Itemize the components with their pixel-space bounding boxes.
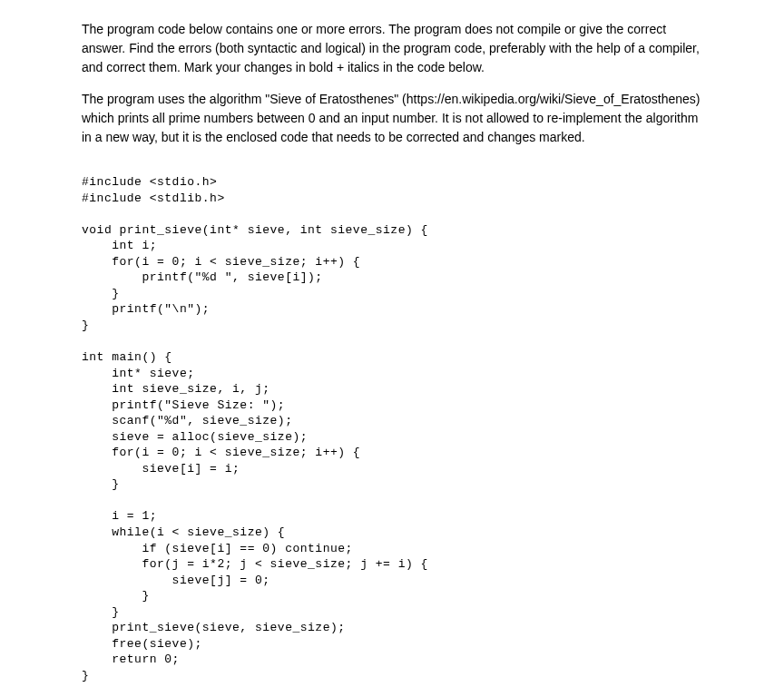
code-listing: #include <stdio.h> #include <stdlib.h> v… <box>82 174 702 684</box>
paragraph-instructions: The program code below contains one or m… <box>82 20 702 77</box>
paragraph-description: The program uses the algorithm "Sieve of… <box>82 90 702 147</box>
